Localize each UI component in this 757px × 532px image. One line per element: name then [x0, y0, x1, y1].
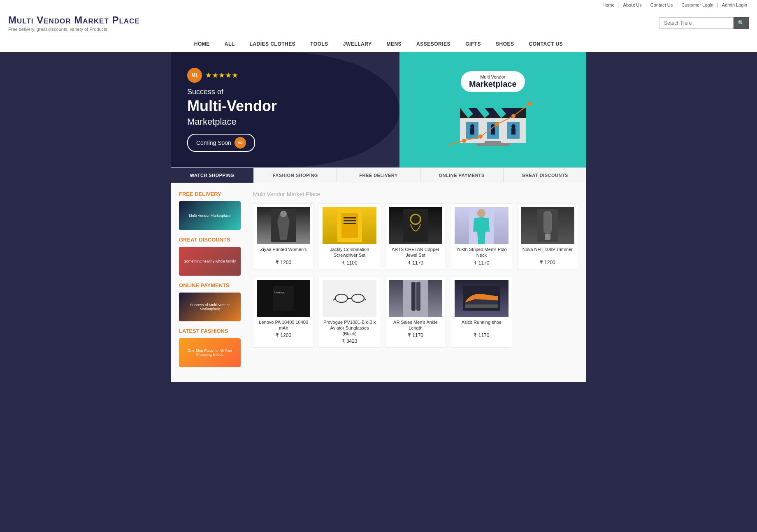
coming-soon-text: Coming Soon: [196, 139, 231, 146]
svg-point-9: [511, 124, 516, 128]
cloud-label: Multi Vendor Marketplace: [461, 71, 525, 92]
product-img-6: [323, 280, 376, 317]
header: Multi Vendor Market Place Free delivery,…: [0, 10, 757, 36]
sidebar-img-text-3: One Stop Place for All Your Shopping Nee…: [181, 348, 239, 357]
nav-all[interactable]: ALL: [217, 36, 242, 52]
cloud-line1: Multi Vendor: [469, 74, 517, 79]
home-link[interactable]: Home: [602, 2, 614, 7]
site-tagline: Free delivery, great discounts, variety …: [8, 27, 140, 32]
product-card-0[interactable]: Ziyaa Printed Women's ₹ 1200: [253, 203, 314, 269]
product-name-5: Lenovo PA 10400 10400 mAh: [257, 319, 310, 331]
svg-rect-11: [476, 143, 509, 146]
banner-wrapper: M1 ★★★★★ Success of Multi-Vendor Marketp…: [171, 52, 586, 183]
banner-subtitle: Success of: [187, 88, 383, 96]
nav-jwellary[interactable]: JWELLARY: [336, 36, 379, 52]
svg-rect-30: [543, 211, 552, 234]
sep4: |: [717, 2, 718, 7]
product-name-0: Ziyaa Printed Women's: [257, 246, 310, 258]
product-card-1[interactable]: Jackly Combination Screwdriver Set ₹ 110…: [319, 203, 380, 269]
nav-ladies[interactable]: LADIES CLOTHES: [242, 36, 303, 52]
product-name-4: Nova NHT 1089 Trimmer: [521, 246, 574, 258]
coming-soon-btn: Coming Soon M2: [187, 134, 255, 152]
sidebar-section-free-delivery: FREE DELIVERY Multi Vendor Marketplace: [179, 191, 245, 230]
svg-rect-45: [465, 304, 498, 308]
nav-assesories[interactable]: ASSESORIES: [409, 36, 458, 52]
products-grid-row1: Ziyaa Printed Women's ₹ 1200 Jackly Comb…: [253, 203, 578, 269]
svg-rect-23: [344, 220, 356, 221]
tab-free-delivery[interactable]: FREE DELIVERY: [337, 168, 420, 183]
sidebar-img-free-delivery[interactable]: Multi Vendor Marketplace: [179, 201, 241, 230]
sidebar-img-text-2: Success of Multi-Vendor Marketplace: [181, 303, 239, 311]
sep1: |: [618, 2, 620, 7]
search-input[interactable]: [659, 17, 734, 29]
product-card-8[interactable]: Asics Running shoe ₹ 1170: [451, 276, 512, 348]
tab-fashion-shoping[interactable]: FASHION SHOPING: [254, 168, 337, 183]
top-bar: Home | About Us | Contact Us | Customer …: [0, 0, 757, 10]
svg-rect-10: [511, 128, 516, 135]
about-link[interactable]: About Us: [623, 2, 642, 7]
svg-rect-21: [341, 213, 358, 238]
contact-link[interactable]: Contact Us: [650, 2, 673, 7]
sidebar-img-text-1: Something healthy whole family: [184, 259, 236, 263]
sidebar-img-text-0: Multi Vendor Marketplace: [189, 214, 231, 218]
banner-tabs: WATCH SHOPPING FASHION SHOPING FREE DELI…: [171, 167, 586, 183]
customer-login-link[interactable]: Customer Login: [681, 2, 713, 7]
logo-area: Multi Vendor Market Place Free delivery,…: [8, 14, 140, 32]
admin-login-link[interactable]: Admin Login: [722, 2, 747, 7]
product-img-7: [389, 280, 442, 317]
nav-home[interactable]: HOME: [187, 36, 217, 52]
svg-point-17: [528, 102, 532, 106]
svg-point-13: [462, 139, 466, 143]
svg-rect-6: [470, 128, 474, 135]
products-area: Multi Vendor Market Place Ziyaa Printed …: [253, 191, 578, 374]
products-grid-row2: Lenovo Lenovo PA 10400 10400 mAh ₹ 1200 …: [253, 276, 578, 348]
sidebar-img-latest-fashions[interactable]: One Stop Place for All Your Shopping Nee…: [179, 338, 241, 367]
product-card-6[interactable]: Provogue PV1001-Blk-Blk Aviator Sunglass…: [319, 276, 380, 348]
product-card-2[interactable]: ARTS CHETAN Copper Jewel Set ₹ 1170: [385, 203, 446, 269]
sep3: |: [676, 2, 678, 7]
nav-bar: HOME ALL LADIES CLOTHES TOOLS JWELLARY M…: [0, 36, 757, 52]
search-button[interactable]: 🔍: [734, 17, 749, 29]
product-img-0: [257, 207, 310, 244]
product-card-4[interactable]: Nova NHT 1089 Trimmer ₹ 1200: [517, 203, 578, 269]
nav-contact-us[interactable]: CONTACT US: [521, 36, 570, 52]
nav-gifts[interactable]: GIFTS: [458, 36, 488, 52]
tab-online-payments[interactable]: ONLINE PAYMENTS: [420, 168, 504, 183]
product-img-2: [389, 207, 442, 244]
product-price-0: ₹ 1200: [257, 260, 310, 265]
product-card-5[interactable]: Lenovo Lenovo PA 10400 10400 mAh ₹ 1200: [253, 276, 314, 348]
product-img-8: [455, 280, 508, 317]
banner-title2: Marketplace: [187, 116, 383, 127]
product-card-3[interactable]: Yukth Striped Men's Polo Neck ₹ 1170: [451, 203, 512, 269]
product-name-6: Provogue PV1001-Blk-Blk Aviator Sunglass…: [323, 319, 376, 337]
product-price-2: ₹ 1170: [389, 260, 442, 266]
nav-tools[interactable]: TOOLS: [303, 36, 336, 52]
svg-rect-42: [411, 282, 416, 311]
svg-rect-12: [485, 141, 501, 143]
product-name-2: ARTS CHETAN Copper Jewel Set: [389, 246, 442, 258]
sidebar-label-free-delivery: FREE DELIVERY: [179, 191, 245, 197]
product-price-8: ₹ 1170: [455, 332, 508, 338]
sidebar-img-great-discounts[interactable]: Something healthy whole family: [179, 247, 241, 276]
stars: ★★★★★: [205, 71, 238, 80]
svg-point-14: [478, 135, 483, 139]
sep2: |: [646, 2, 647, 7]
sidebar-section-latest-fashions: LATEST FASHIONS One Stop Place for All Y…: [179, 328, 245, 367]
tab-watch-shopping[interactable]: WATCH SHOPPING: [171, 168, 254, 183]
svg-point-19: [280, 211, 287, 217]
svg-point-5: [470, 124, 474, 128]
sidebar-img-online-payments[interactable]: Success of Multi-Vendor Marketplace: [179, 293, 241, 321]
content-area: FREE DELIVERY Multi Vendor Marketplace G…: [171, 183, 586, 382]
svg-point-28: [477, 209, 485, 217]
search-area: 🔍: [659, 17, 749, 29]
tab-great-discounts[interactable]: GREAT DISCOUNTS: [504, 168, 586, 183]
nav-mens[interactable]: MENS: [379, 36, 409, 52]
product-price-7: ₹ 1170: [389, 332, 442, 338]
product-name-8: Asics Running shoe: [455, 319, 508, 331]
product-name-1: Jackly Combination Screwdriver Set: [323, 246, 376, 258]
product-price-6: ₹ 3423: [323, 338, 376, 344]
nav-shoes[interactable]: SHOES: [488, 36, 522, 52]
product-card-7[interactable]: AR Sales Men's Ankle Length ₹ 1170: [385, 276, 446, 348]
product-price-4: ₹ 1200: [521, 260, 574, 265]
product-price-1: ₹ 1100: [323, 260, 376, 266]
